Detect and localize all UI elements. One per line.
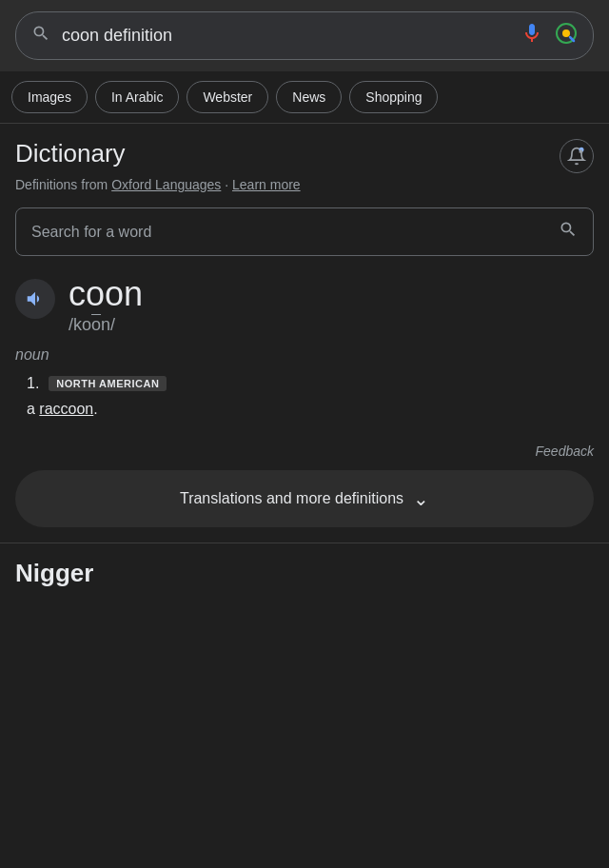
raccoon-link[interactable]: raccoon bbox=[39, 401, 93, 417]
feedback-row: Feedback bbox=[15, 436, 594, 470]
search-area: coon definition bbox=[0, 0, 609, 71]
def-number: 1. bbox=[27, 375, 39, 392]
definition-text: a raccoon. bbox=[27, 398, 594, 421]
source-prefix: Definitions from bbox=[15, 177, 111, 192]
source-sep: · bbox=[221, 177, 232, 192]
definition-number: 1. NORTH AMERICAN bbox=[27, 375, 594, 392]
search-icon bbox=[31, 24, 50, 48]
part-of-speech: noun bbox=[15, 346, 594, 364]
mic-icon[interactable] bbox=[521, 22, 543, 49]
word-search-box[interactable]: Search for a word bbox=[15, 207, 594, 256]
tab-webster[interactable]: Webster bbox=[187, 81, 268, 113]
definition-item: 1. NORTH AMERICAN a raccoon. bbox=[27, 375, 594, 421]
tab-shopping[interactable]: Shopping bbox=[349, 81, 438, 113]
headword: coon bbox=[69, 275, 143, 313]
translations-label: Translations and more definitions bbox=[180, 490, 403, 507]
next-result-preview: Nigger bbox=[0, 543, 609, 588]
pronunciation: /koon/ bbox=[69, 315, 143, 335]
filter-tabs: Images In Arabic Webster News Shopping bbox=[0, 71, 609, 124]
word-search-icon bbox=[559, 220, 578, 244]
tab-news[interactable]: News bbox=[276, 81, 342, 113]
chevron-down-icon: ⌄ bbox=[413, 487, 429, 510]
source-link[interactable]: Oxford Languages bbox=[111, 177, 221, 192]
speaker-button[interactable] bbox=[15, 279, 55, 319]
main-content: Dictionary + Definitions from Oxford Lan… bbox=[0, 124, 609, 527]
next-result-title: Nigger bbox=[15, 559, 594, 588]
search-query[interactable]: coon definition bbox=[62, 26, 509, 46]
search-bar: coon definition bbox=[15, 11, 594, 60]
dict-header: Dictionary + bbox=[15, 139, 594, 173]
word-info: coon /koon/ bbox=[69, 275, 143, 335]
source-line: Definitions from Oxford Languages · Lear… bbox=[15, 177, 594, 192]
region-tag: NORTH AMERICAN bbox=[49, 376, 167, 391]
translations-button[interactable]: Translations and more definitions ⌄ bbox=[15, 470, 594, 527]
learn-more-link[interactable]: Learn more bbox=[232, 177, 301, 192]
tab-images[interactable]: Images bbox=[11, 81, 88, 113]
feedback-link[interactable]: Feedback bbox=[536, 444, 594, 459]
word-entry: coon /koon/ bbox=[15, 275, 594, 335]
lens-icon[interactable] bbox=[555, 22, 578, 49]
dict-title: Dictionary bbox=[15, 139, 126, 168]
tab-in-arabic[interactable]: In Arabic bbox=[95, 81, 179, 113]
alert-button[interactable]: + bbox=[560, 139, 594, 173]
svg-point-1 bbox=[562, 30, 570, 37]
word-search-input[interactable]: Search for a word bbox=[31, 224, 559, 241]
